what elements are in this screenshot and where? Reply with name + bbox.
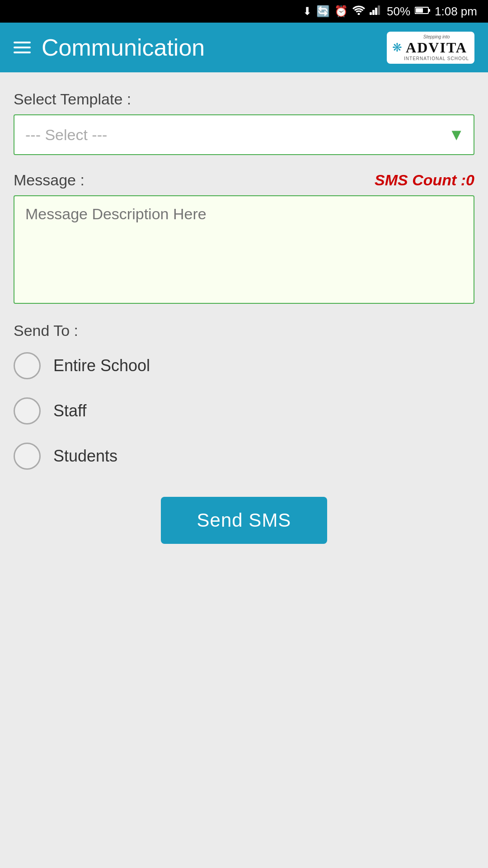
message-header: Message : SMS Count :0 — [14, 171, 474, 189]
logo-main-text: ADVITA — [404, 39, 469, 56]
template-select[interactable]: --- Select --- — [14, 114, 474, 155]
radio-circle-entire-school — [14, 352, 41, 379]
battery-icon — [415, 6, 430, 16]
recipient-radio-group: Entire School Staff Students — [14, 352, 474, 470]
app-header: Communication ❋ Stepping into ADVITA INT… — [0, 23, 488, 72]
wifi-icon — [352, 5, 365, 18]
svg-rect-3 — [375, 8, 377, 15]
logo: ❋ Stepping into ADVITA INTERNATIONAL SCH… — [387, 32, 474, 64]
sync-icon: 🔄 — [316, 5, 330, 18]
send-to-label: Send To : — [14, 322, 474, 340]
page-title: Communication — [42, 34, 205, 61]
menu-button[interactable] — [14, 42, 31, 53]
svg-rect-4 — [378, 5, 380, 15]
radio-students[interactable]: Students — [14, 443, 474, 470]
svg-rect-6 — [416, 8, 423, 13]
header-left: Communication — [14, 34, 205, 61]
status-bar: ⬇ 🔄 ⏰ 50% — [0, 0, 488, 23]
send-button-container: Send SMS — [14, 497, 474, 544]
svg-point-0 — [358, 13, 360, 15]
radio-entire-school[interactable]: Entire School — [14, 352, 474, 379]
message-label: Message : — [14, 171, 84, 189]
download-icon: ⬇ — [303, 5, 312, 18]
time-display: 1:08 pm — [435, 5, 477, 19]
sms-count-badge: SMS Count :0 — [375, 171, 474, 189]
template-select-wrapper: --- Select --- ▼ — [14, 114, 474, 155]
radio-label-students: Students — [53, 447, 117, 466]
radio-staff[interactable]: Staff — [14, 397, 474, 425]
radio-label-entire-school: Entire School — [53, 356, 150, 375]
svg-rect-2 — [372, 10, 375, 15]
battery-percentage: 50% — [387, 5, 410, 19]
svg-rect-1 — [370, 12, 372, 15]
radio-label-staff: Staff — [53, 401, 86, 420]
logo-snowflake-icon: ❋ — [392, 41, 402, 55]
message-input[interactable] — [14, 195, 474, 304]
select-template-label: Select Template : — [14, 90, 474, 108]
signal-icon — [370, 5, 382, 18]
logo-sub-text: INTERNATIONAL SCHOOL — [404, 56, 469, 61]
radio-circle-students — [14, 443, 41, 470]
alarm-icon: ⏰ — [334, 5, 348, 18]
status-icons: ⬇ 🔄 ⏰ 50% — [303, 5, 477, 19]
svg-rect-7 — [428, 9, 430, 12]
main-content: Select Template : --- Select --- ▼ Messa… — [0, 72, 488, 868]
radio-circle-staff — [14, 397, 41, 425]
send-sms-button[interactable]: Send SMS — [161, 497, 328, 544]
logo-top-text: Stepping into — [404, 34, 469, 39]
